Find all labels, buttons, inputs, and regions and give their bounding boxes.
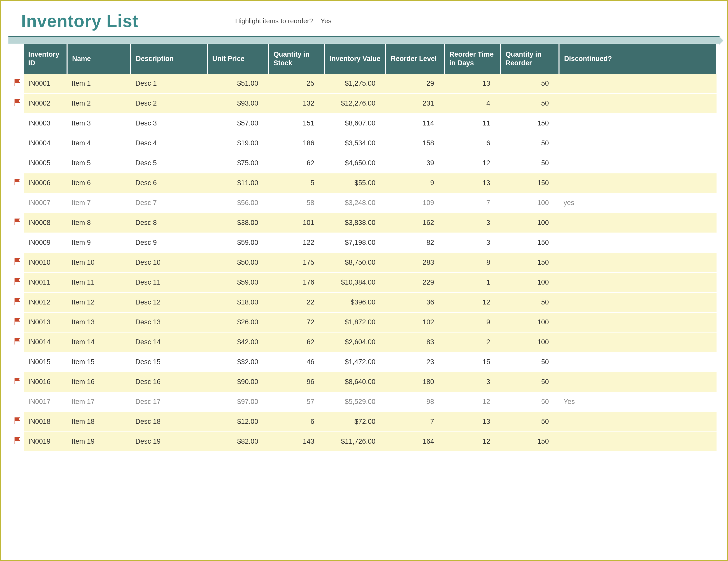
cell-qty[interactable]: 151 xyxy=(268,113,324,133)
cell-qtyreorder[interactable]: 50 xyxy=(500,372,559,392)
cell-id[interactable]: IN0005 xyxy=(24,153,67,173)
cell-value[interactable]: $1,472.00 xyxy=(324,352,386,372)
cell-qty[interactable]: 175 xyxy=(268,253,324,272)
cell-qty[interactable]: 5 xyxy=(268,173,324,193)
table-row[interactable]: IN0010Item 10Desc 10$50.00175$8,750.0028… xyxy=(11,253,717,272)
cell-price[interactable]: $11.00 xyxy=(207,173,268,193)
cell-qtyreorder[interactable]: 150 xyxy=(500,233,559,253)
col-reorder[interactable]: Reorder Level xyxy=(386,44,444,74)
cell-qtyreorder[interactable]: 100 xyxy=(500,332,559,352)
cell-reorder[interactable]: 23 xyxy=(386,352,444,372)
cell-qty[interactable]: 46 xyxy=(268,352,324,372)
cell-price[interactable]: $38.00 xyxy=(207,213,268,233)
cell-discontinued[interactable] xyxy=(559,213,717,233)
cell-id[interactable]: IN0019 xyxy=(24,432,67,452)
cell-name[interactable]: Item 3 xyxy=(67,113,131,133)
cell-name[interactable]: Item 11 xyxy=(67,272,131,293)
cell-reorder[interactable]: 109 xyxy=(386,193,444,213)
col-price[interactable]: Unit Price xyxy=(207,44,268,74)
cell-value[interactable]: $55.00 xyxy=(324,173,386,193)
cell-desc[interactable]: Desc 5 xyxy=(131,153,207,173)
cell-days[interactable]: 15 xyxy=(444,352,500,372)
cell-price[interactable]: $26.00 xyxy=(207,313,268,332)
cell-discontinued[interactable] xyxy=(559,412,717,432)
cell-discontinued[interactable] xyxy=(559,313,717,332)
cell-qtyreorder[interactable]: 100 xyxy=(500,313,559,332)
cell-desc[interactable]: Desc 16 xyxy=(131,372,207,392)
cell-reorder[interactable]: 114 xyxy=(386,113,444,133)
cell-days[interactable]: 1 xyxy=(444,272,500,293)
cell-id[interactable]: IN0016 xyxy=(24,372,67,392)
cell-qty[interactable]: 132 xyxy=(268,94,324,113)
cell-qty[interactable]: 96 xyxy=(268,372,324,392)
cell-days[interactable]: 12 xyxy=(444,153,500,173)
cell-qty[interactable]: 62 xyxy=(268,332,324,352)
cell-days[interactable]: 12 xyxy=(444,392,500,412)
cell-qtyreorder[interactable]: 150 xyxy=(500,173,559,193)
cell-id[interactable]: IN0002 xyxy=(24,94,67,113)
col-value[interactable]: Inventory Value xyxy=(324,44,386,74)
cell-id[interactable]: IN0010 xyxy=(24,253,67,272)
cell-qtyreorder[interactable]: 50 xyxy=(500,412,559,432)
cell-value[interactable]: $3,248.00 xyxy=(324,193,386,213)
cell-name[interactable]: Item 9 xyxy=(67,233,131,253)
cell-qty[interactable]: 58 xyxy=(268,193,324,213)
col-desc[interactable]: Description xyxy=(131,44,207,74)
cell-discontinued[interactable] xyxy=(559,332,717,352)
cell-qty[interactable]: 186 xyxy=(268,133,324,153)
cell-reorder[interactable]: 36 xyxy=(386,293,444,313)
cell-value[interactable]: $1,872.00 xyxy=(324,313,386,332)
cell-reorder[interactable]: 9 xyxy=(386,173,444,193)
cell-id[interactable]: IN0012 xyxy=(24,293,67,313)
cell-id[interactable]: IN0018 xyxy=(24,412,67,432)
cell-discontinued[interactable] xyxy=(559,153,717,173)
cell-days[interactable]: 12 xyxy=(444,432,500,452)
cell-discontinued[interactable] xyxy=(559,94,717,113)
cell-qtyreorder[interactable]: 50 xyxy=(500,293,559,313)
cell-qtyreorder[interactable]: 50 xyxy=(500,94,559,113)
cell-discontinued[interactable] xyxy=(559,352,717,372)
table-row[interactable]: IN0008Item 8Desc 8$38.00101$3,838.001623… xyxy=(11,213,717,233)
cell-price[interactable]: $97.00 xyxy=(207,392,268,412)
cell-value[interactable]: $3,838.00 xyxy=(324,213,386,233)
cell-price[interactable]: $42.00 xyxy=(207,332,268,352)
cell-qty[interactable]: 143 xyxy=(268,432,324,452)
cell-name[interactable]: Item 14 xyxy=(67,332,131,352)
cell-value[interactable]: $4,650.00 xyxy=(324,153,386,173)
cell-id[interactable]: IN0008 xyxy=(24,213,67,233)
table-row[interactable]: IN0011Item 11Desc 11$59.00176$10,384.002… xyxy=(11,272,717,293)
cell-days[interactable]: 12 xyxy=(444,293,500,313)
cell-qty[interactable]: 25 xyxy=(268,74,324,94)
cell-desc[interactable]: Desc 4 xyxy=(131,133,207,153)
cell-days[interactable]: 3 xyxy=(444,233,500,253)
cell-reorder[interactable]: 29 xyxy=(386,74,444,94)
cell-reorder[interactable]: 162 xyxy=(386,213,444,233)
table-row[interactable]: IN0015Item 15Desc 15$32.0046$1,472.00231… xyxy=(11,352,717,372)
cell-reorder[interactable]: 98 xyxy=(386,392,444,412)
cell-id[interactable]: IN0014 xyxy=(24,332,67,352)
cell-value[interactable]: $10,384.00 xyxy=(324,272,386,293)
table-row[interactable]: IN0001Item 1Desc 1$51.0025$1,275.0029135… xyxy=(11,74,717,94)
cell-discontinued[interactable] xyxy=(559,233,717,253)
cell-desc[interactable]: Desc 10 xyxy=(131,253,207,272)
cell-reorder[interactable]: 158 xyxy=(386,133,444,153)
col-discontinued[interactable]: Discontinued? xyxy=(559,44,717,74)
cell-desc[interactable]: Desc 11 xyxy=(131,272,207,293)
cell-value[interactable]: $72.00 xyxy=(324,412,386,432)
cell-reorder[interactable]: 7 xyxy=(386,412,444,432)
table-row[interactable]: IN0004Item 4Desc 4$19.00186$3,534.001586… xyxy=(11,133,717,153)
cell-name[interactable]: Item 13 xyxy=(67,313,131,332)
cell-price[interactable]: $32.00 xyxy=(207,352,268,372)
cell-reorder[interactable]: 39 xyxy=(386,153,444,173)
cell-name[interactable]: Item 6 xyxy=(67,173,131,193)
cell-discontinued[interactable] xyxy=(559,432,717,452)
cell-qty[interactable]: 72 xyxy=(268,313,324,332)
cell-discontinued[interactable] xyxy=(559,372,717,392)
cell-desc[interactable]: Desc 2 xyxy=(131,94,207,113)
cell-price[interactable]: $19.00 xyxy=(207,133,268,153)
cell-days[interactable]: 3 xyxy=(444,213,500,233)
cell-reorder[interactable]: 283 xyxy=(386,253,444,272)
cell-qty[interactable]: 57 xyxy=(268,392,324,412)
cell-desc[interactable]: Desc 8 xyxy=(131,213,207,233)
cell-id[interactable]: IN0007 xyxy=(24,193,67,213)
